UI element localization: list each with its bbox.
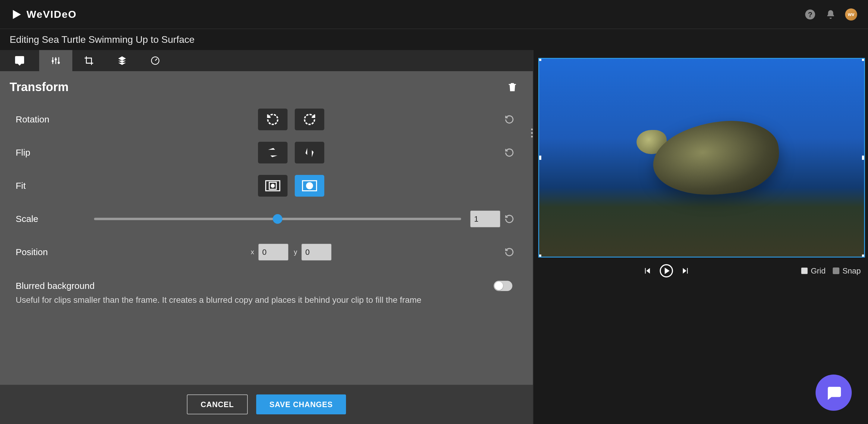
svg-text:?: ? (808, 10, 812, 19)
resize-handle-tl[interactable] (538, 58, 541, 61)
flip-horizontal-icon (266, 146, 280, 159)
tab-comments[interactable] (0, 50, 39, 71)
rotation-reset[interactable] (500, 115, 518, 124)
position-reset[interactable] (500, 247, 518, 257)
position-y-input[interactable] (301, 244, 332, 261)
fit-fill-icon (302, 179, 317, 192)
reset-icon (504, 115, 514, 124)
comment-icon (14, 55, 25, 66)
tab-adjust[interactable] (39, 50, 72, 71)
preview-options: Grid Snap (801, 266, 861, 276)
scale-row: Scale (10, 205, 518, 233)
rotation-label: Rotation (10, 114, 82, 125)
logo[interactable]: WeVIDeO (11, 8, 76, 21)
reset-icon (504, 247, 514, 257)
reset-icon (504, 214, 514, 224)
scale-reset[interactable] (500, 214, 518, 224)
delete-button[interactable] (506, 81, 518, 93)
blurred-bg-toggle[interactable] (494, 281, 513, 291)
main: Transform Rotation (0, 50, 868, 424)
play-icon (660, 264, 673, 277)
chat-launcher[interactable] (815, 374, 852, 411)
notifications-button[interactable] (825, 8, 837, 21)
next-frame-button[interactable] (681, 267, 690, 275)
position-label: Position (10, 247, 82, 257)
svg-point-10 (306, 182, 313, 189)
preview-canvas[interactable] (538, 58, 865, 258)
tab-row (0, 50, 533, 71)
avatar[interactable]: wv (845, 8, 857, 21)
prev-frame-button[interactable] (643, 267, 651, 275)
panel-footer: CANCEL SAVE CHANGES (0, 385, 533, 424)
blurred-bg-row: Blurred background Useful for clips smal… (10, 281, 518, 306)
resize-handle-bl[interactable] (538, 254, 541, 258)
resize-handle-tr[interactable] (862, 58, 865, 61)
skip-forward-icon (681, 267, 690, 275)
checkbox-icon (801, 268, 808, 274)
help-button[interactable]: ? (804, 8, 816, 21)
play-button[interactable] (660, 264, 673, 277)
help-icon: ? (805, 9, 815, 20)
fit-label: Fit (10, 181, 82, 191)
flip-horizontal-button[interactable] (258, 142, 287, 163)
fit-contain-button[interactable] (258, 175, 287, 196)
save-button[interactable]: SAVE CHANGES (256, 394, 346, 414)
flip-vertical-icon (303, 146, 316, 159)
bell-icon (826, 9, 836, 20)
rotation-row: Rotation (10, 106, 518, 133)
scale-slider[interactable] (94, 218, 461, 220)
fit-contain-icon (265, 179, 280, 192)
blurred-bg-title: Blurred background (16, 281, 494, 291)
flip-label: Flip (10, 148, 82, 158)
svg-point-3 (55, 58, 57, 60)
position-x-label: x (251, 248, 254, 256)
scale-label: Scale (10, 214, 82, 224)
tab-color[interactable] (138, 50, 172, 71)
rotate-cw-icon (303, 113, 316, 126)
rotate-ccw-button[interactable] (258, 109, 287, 130)
grid-label: Grid (811, 266, 826, 276)
chat-icon (825, 384, 842, 401)
scale-input[interactable] (470, 211, 500, 228)
cancel-button[interactable]: CANCEL (187, 394, 248, 414)
position-x-input[interactable] (258, 244, 288, 261)
sliders-icon (51, 56, 61, 66)
checkbox-icon (833, 268, 839, 274)
snap-label: Snap (842, 266, 861, 276)
rotate-ccw-icon (266, 113, 279, 126)
flip-row: Flip (10, 139, 518, 166)
topbar: WeVIDeO ? wv (0, 0, 868, 29)
resize-handle-br[interactable] (862, 254, 865, 258)
trash-icon (507, 82, 518, 93)
playback-cluster (538, 264, 795, 277)
panel-title: Transform (10, 80, 69, 94)
preview-controls: Grid Snap (533, 259, 868, 283)
resize-handle-mr[interactable] (862, 156, 865, 160)
fit-fill-button[interactable] (295, 175, 324, 196)
reset-icon (504, 148, 514, 157)
rotate-cw-button[interactable] (295, 109, 324, 130)
flip-vertical-button[interactable] (295, 142, 324, 163)
grid-checkbox[interactable]: Grid (801, 266, 826, 276)
tab-layers[interactable] (105, 50, 138, 71)
blurred-bg-description: Useful for clips smaller than the frame.… (16, 294, 494, 306)
crop-icon (84, 56, 94, 66)
title-row: Editing Sea Turtle Swimming Up to Surfac… (0, 29, 868, 50)
panel-body: Transform Rotation (0, 71, 533, 385)
resize-handle-ml[interactable] (538, 156, 541, 160)
svg-point-4 (58, 62, 60, 64)
position-y-label: y (294, 248, 297, 256)
left-panel: Transform Rotation (0, 50, 533, 424)
skip-back-icon (643, 267, 651, 275)
topbar-right: ? wv (804, 8, 857, 21)
tab-crop[interactable] (72, 50, 105, 71)
position-row: Position x y (10, 239, 518, 266)
flip-reset[interactable] (500, 148, 518, 157)
svg-point-2 (52, 60, 54, 62)
editing-title: Editing Sea Turtle Swimming Up to Surfac… (10, 34, 195, 45)
panel-drag-handle[interactable] (531, 128, 535, 138)
turtle-body-shape (650, 116, 783, 201)
snap-checkbox[interactable]: Snap (833, 266, 861, 276)
logo-text: WeVIDeO (27, 8, 76, 20)
panel-header: Transform (10, 80, 518, 94)
